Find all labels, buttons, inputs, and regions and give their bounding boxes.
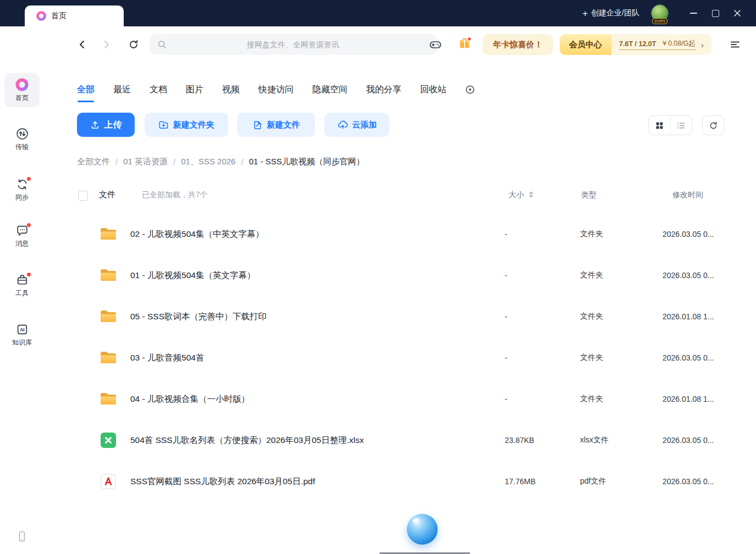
column-file-label: 文件 (99, 190, 115, 200)
tab-my-shares[interactable]: 我的分享 (366, 84, 401, 96)
sidebar-item-sync[interactable]: 同步 (4, 173, 40, 207)
table-row[interactable]: 01 - 儿歌视频504集（英文字幕） - 文件夹 2026.03.05 0..… (44, 254, 756, 296)
loaded-status: 已全部加载，共7个 (142, 190, 208, 200)
gamepad-icon (429, 38, 442, 51)
view-toggle (648, 115, 692, 135)
file-name[interactable]: 05 - SSS歌词本（完善中）下载打印 (130, 311, 267, 322)
file-size: - (505, 230, 507, 239)
member-center-label: 会员中心 (569, 40, 602, 50)
menu-button[interactable] (725, 35, 745, 54)
cloud-add-button[interactable]: 云添加 (324, 113, 389, 137)
tab-pictures[interactable]: 图片 (186, 84, 203, 96)
assistant-mascot[interactable] (407, 514, 438, 545)
gift-button[interactable] (455, 34, 474, 53)
chevron-right-icon: › (701, 40, 704, 49)
table-row[interactable]: 04 - 儿歌视频合集（一小时版） - 文件夹 2026.01.08 1... (44, 378, 756, 419)
breadcrumb-item[interactable]: 01 英语资源 (123, 157, 168, 167)
close-button[interactable] (726, 0, 748, 26)
select-all-checkbox[interactable] (78, 191, 88, 201)
minimize-icon (690, 13, 697, 14)
home-logo-icon (15, 77, 29, 92)
tab-quick-access[interactable]: 快捷访问 (258, 84, 294, 96)
back-button[interactable] (73, 35, 92, 54)
member-center-segment[interactable]: 会员中心 (560, 34, 611, 55)
folder-icon (99, 350, 118, 366)
forward-arrow-icon (101, 39, 112, 50)
new-file-button[interactable]: 新建文件 (237, 113, 315, 137)
file-name[interactable]: 504首 SSS儿歌名列表（方便搜索）2026年03月05日整理.xlsx (130, 434, 364, 446)
file-name[interactable]: 02 - 儿歌视频504集（中英文字幕） (130, 228, 264, 240)
tab-videos[interactable]: 视频 (222, 84, 240, 96)
file-time: 2026.03.05 0... (663, 230, 714, 239)
forward-button[interactable] (96, 35, 116, 54)
games-button[interactable] (426, 35, 445, 54)
file-name[interactable]: 04 - 儿歌视频合集（一小时版） (130, 393, 250, 405)
phone-icon (15, 530, 29, 543)
new-folder-button[interactable]: 新建文件夹 (145, 113, 228, 137)
list-view-button[interactable] (671, 116, 692, 135)
breadcrumb-item[interactable]: 全部文件 (77, 157, 110, 167)
breadcrumb-separator: / (115, 157, 118, 167)
xlsx-file-icon (99, 432, 118, 448)
file-list-header: 文件 已全部加载，共7个 大小 类型 修改时间 (44, 187, 756, 203)
pdf-file-icon (99, 473, 118, 490)
search-input[interactable] (167, 40, 419, 49)
file-edit-icon (252, 120, 263, 130)
breadcrumb-separator: / (173, 157, 175, 167)
tab-documents[interactable]: 文档 (150, 84, 167, 96)
table-row[interactable]: SSS官网截图 SSS儿歌列表 2026年03月05日.pdf 17.76MB … (44, 461, 756, 502)
file-type: 文件夹 (580, 394, 603, 404)
file-list: 02 - 儿歌视频504集（中英文字幕） - 文件夹 2026.03.05 0.… (44, 213, 756, 502)
breadcrumb-item[interactable]: 01、SSS 2026 (181, 157, 235, 167)
tab-recent[interactable]: 最近 (113, 84, 131, 96)
file-time: 2026.03.05 0... (663, 477, 714, 486)
upload-label: 上传 (104, 119, 122, 131)
sidebar-item-messages[interactable]: 消息 (4, 219, 40, 253)
folder-icon (99, 391, 118, 407)
tab-settings-button[interactable] (465, 85, 475, 95)
tab-all[interactable]: 全部 (77, 84, 95, 96)
sidebar-item-home[interactable]: 首页 (4, 73, 40, 107)
transfer-icon (15, 127, 29, 141)
sidebar-item-transfer[interactable]: 传输 (4, 122, 40, 156)
storage-segment[interactable]: 7.6T / 12.0T ￥0.08/G起 › (611, 34, 711, 55)
new-file-label: 新建文件 (267, 120, 300, 130)
sidebar-item-knowledge[interactable]: AI 知识库 (4, 318, 40, 352)
file-time: 2026.01.08 1... (663, 395, 714, 403)
sidebar-item-tools[interactable]: 工具 (4, 268, 40, 302)
size-sort-icon[interactable] (529, 191, 533, 198)
gift-icon (457, 36, 472, 51)
search-bar[interactable] (150, 34, 437, 55)
avatar[interactable]: SVIP6 (652, 5, 668, 21)
cloud-add-label: 云添加 (352, 120, 377, 130)
grid-view-button[interactable] (649, 116, 670, 135)
table-row[interactable]: 504首 SSS儿歌名列表（方便搜索）2026年03月05日整理.xlsx 23… (44, 419, 756, 461)
titlebar: 首页 + 创建企业/团队 SVIP6 (0, 0, 756, 26)
column-size-label[interactable]: 大小 (509, 190, 524, 200)
minimize-button[interactable] (682, 0, 704, 26)
refresh-page-button[interactable] (124, 35, 144, 54)
column-time-label: 修改时间 (672, 190, 703, 200)
table-row[interactable]: 03 - 儿歌音频504首 - 文件夹 2026.03.05 0... (44, 337, 756, 378)
maximize-button[interactable] (704, 0, 726, 26)
tab-hidden-space[interactable]: 隐藏空间 (312, 84, 347, 96)
breadcrumb: 全部文件 / 01 英语资源 / 01、SSS 2026 / 01 - SSS儿… (77, 157, 365, 167)
file-type: 文件夹 (580, 229, 603, 239)
home-tab[interactable]: 首页 (25, 5, 124, 26)
file-time: 2026.03.05 0... (663, 271, 714, 280)
file-name[interactable]: 01 - 儿歌视频504集（英文字幕） (130, 269, 255, 281)
storage-price: ￥0.08/G起 (661, 39, 696, 48)
file-type: 文件夹 (580, 353, 603, 363)
table-row[interactable]: 05 - SSS歌词本（完善中）下载打印 - 文件夹 2026.01.08 1.… (44, 296, 756, 337)
mobile-app-button[interactable] (0, 530, 44, 543)
table-row[interactable]: 02 - 儿歌视频504集（中英文字幕） - 文件夹 2026.03.05 0.… (44, 213, 756, 254)
file-name[interactable]: 03 - 儿歌音频504首 (130, 352, 204, 363)
tab-recycle-bin[interactable]: 回收站 (420, 84, 446, 96)
refresh-list-button[interactable] (702, 115, 724, 135)
file-name[interactable]: SSS官网截图 SSS儿歌列表 2026年03月05日.pdf (130, 475, 315, 487)
titlebar-right: + 创建企业/团队 SVIP6 (582, 0, 748, 26)
promo-banner[interactable]: 年卡惊喜价！ (483, 34, 553, 55)
member-center-button[interactable]: 会员中心 7.6T / 12.0T ￥0.08/G起 › (560, 34, 711, 55)
create-team-button[interactable]: + 创建企业/团队 (582, 8, 639, 18)
upload-button[interactable]: 上传 (77, 113, 135, 137)
